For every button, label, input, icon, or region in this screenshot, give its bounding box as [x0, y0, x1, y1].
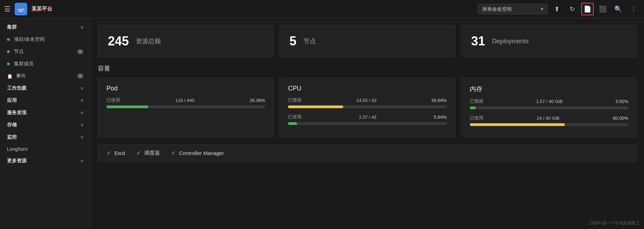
memory-used-percent: 60.00% [613, 116, 628, 121]
memory-reserved-percent: 3.92% [615, 99, 628, 104]
pod-used-label: 已使用 [106, 97, 120, 103]
cpu-reserved-progress-fill [288, 105, 343, 108]
memory-reserved-progress-bg [470, 106, 628, 109]
deployments-label: Deployments [492, 38, 529, 45]
cpu-used-progress-fill [288, 122, 297, 125]
header: ☰ 🚌 某某平台 所有命名空间 default kube-system moni… [0, 0, 644, 18]
main-layout: 集群 ∧ 项目/命名空间 节点 5 集群成员 [0, 18, 644, 229]
memory-card-title: 内存 [470, 85, 628, 93]
status-controller-manager: ✓ Controller Manager [171, 150, 224, 156]
memory-used-progress-bg [470, 123, 628, 126]
capacity-section-title: 容量 [98, 64, 637, 73]
footer-watermark: CSDN @一个平凡的农民工 [589, 220, 640, 226]
longhorn-label: Longhorn [7, 146, 28, 152]
more-button[interactable]: ⋮ [627, 3, 640, 15]
sidebar-item-apps[interactable]: 应用 ∨ [1, 95, 89, 106]
refresh-button[interactable]: ↻ [566, 3, 578, 15]
events-badge: 0 [77, 74, 83, 79]
sidebar-cluster-section[interactable]: 集群 ∧ [1, 21, 89, 33]
sidebar-item-namespace[interactable]: 项目/命名空间 [1, 34, 89, 45]
brand-name: 某某平台 [31, 6, 52, 12]
scheduler-label: 调度器 [144, 150, 160, 156]
content-area: 245 资源总额 5 节点 31 Deployments 容量 Pod 已使用 [91, 18, 644, 229]
memory-metric-used: 已使用 24 / 40 GiB 60.00% [470, 115, 628, 126]
pod-used-value: 116 / 440 [176, 98, 194, 103]
nodes-badge: 5 [77, 49, 83, 54]
sidebar-item-longhorn[interactable]: Longhorn [1, 143, 89, 155]
members-label: 集群成员 [14, 61, 34, 67]
upload-button[interactable]: ⬆ [550, 3, 563, 15]
cluster-label: 集群 [7, 24, 17, 30]
stat-card-nodes: 5 节点 [279, 25, 455, 57]
workload-label: 工作负载 [7, 85, 27, 91]
cpu-reserved-percent: 34.64% [431, 98, 447, 103]
workload-chevron-icon: ∨ [80, 86, 83, 91]
nodes-dot-icon [7, 50, 10, 53]
events-label: 事件 [16, 73, 26, 79]
service-discovery-label: 服务发现 [7, 110, 27, 116]
stat-card-deployments: 31 Deployments [461, 25, 637, 57]
monitoring-chevron-icon: ∨ [80, 135, 83, 140]
cpu-card-title: CPU [288, 85, 446, 92]
nodes-number: 5 [289, 34, 296, 49]
pod-metric-used: 已使用 116 / 440 26.36% [106, 97, 265, 108]
memory-reserved-value: 1.57 / 40 GiB [536, 99, 563, 104]
memory-used-label: 已使用 [470, 115, 483, 121]
nodes-stat-label: 节点 [303, 37, 316, 45]
cpu-used-value: 2.37 / 42 [359, 114, 377, 120]
service-discovery-chevron-icon: ∨ [80, 110, 83, 115]
controller-manager-check-icon: ✓ [171, 150, 176, 156]
memory-used-progress-fill [470, 123, 565, 126]
status-etcd: ✓ Etcd [106, 150, 125, 156]
cpu-metric-reserved: 已预留 14.55 / 42 34.64% [288, 97, 446, 108]
search-button[interactable]: 🔍 [612, 3, 624, 15]
deployments-number: 31 [471, 34, 485, 49]
events-icon: 📋 [7, 74, 13, 79]
namespace-label: 项目/命名空间 [14, 36, 45, 43]
copy-button[interactable]: ⬛ [597, 3, 609, 15]
sidebar-item-service-discovery[interactable]: 服务发现 ∨ [1, 107, 89, 119]
menu-icon[interactable]: ☰ [4, 5, 10, 13]
status-bar: ✓ Etcd ✓ 调度器 ✓ Controller Manager [98, 145, 637, 162]
capacity-card-cpu: CPU 已预留 14.55 / 42 34.64% 已使用 2.37 / 42 [279, 77, 455, 138]
stat-card-resources: 245 资源总额 [98, 25, 274, 57]
status-scheduler: ✓ 调度器 [136, 150, 160, 156]
sidebar-item-more-resources[interactable]: 更多资源 ∨ [1, 155, 89, 167]
namespace-dot-icon [7, 38, 10, 41]
more-resources-chevron-icon: ∨ [80, 158, 83, 163]
nodes-label: 节点 [14, 49, 24, 55]
capacity-row: Pod 已使用 116 / 440 26.36% CPU [98, 77, 637, 138]
capacity-card-pod: Pod 已使用 116 / 440 26.36% [98, 77, 274, 138]
memory-used-value: 24 / 40 GiB [537, 116, 560, 121]
header-right: 所有命名空间 default kube-system monitoring ▼ … [478, 3, 640, 15]
logo-icon: 🚌 [17, 5, 25, 13]
namespace-select-wrapper: 所有命名空间 default kube-system monitoring ▼ [478, 4, 548, 14]
more-resources-label: 更多资源 [7, 158, 27, 164]
storage-chevron-icon: ∨ [80, 123, 83, 127]
sidebar-item-storage[interactable]: 存储 ∨ [1, 119, 89, 131]
etcd-label: Etcd [114, 150, 125, 156]
resources-number: 245 [108, 34, 129, 49]
members-dot-icon [7, 62, 10, 65]
sidebar-item-nodes[interactable]: 节点 5 [1, 46, 89, 58]
cpu-used-percent: 5.64% [434, 114, 447, 120]
cpu-metric-used: 已使用 2.37 / 42 5.64% [288, 114, 446, 125]
sidebar-item-events[interactable]: 📋 事件 0 [1, 70, 89, 82]
controller-manager-label: Controller Manager [179, 150, 224, 156]
sidebar-item-workload[interactable]: 工作负载 ∨ [1, 82, 89, 94]
pod-card-title: Pod [106, 85, 265, 92]
logo-box: 🚌 [15, 3, 27, 15]
apps-chevron-icon: ∨ [80, 98, 83, 103]
pod-used-percent: 26.36% [250, 98, 265, 103]
cpu-reserved-progress-bg [288, 105, 446, 108]
sidebar-item-members[interactable]: 集群成员 [1, 58, 89, 70]
doc-button[interactable]: 📄 [581, 3, 594, 15]
header-left: ☰ 🚌 某某平台 [4, 3, 478, 15]
cpu-reserved-value: 14.55 / 42 [356, 98, 377, 103]
resources-label: 资源总额 [136, 37, 161, 45]
sidebar-item-monitoring[interactable]: 监控 ∨ [1, 131, 89, 143]
memory-reserved-label: 已预留 [470, 98, 483, 104]
namespace-select[interactable]: 所有命名空间 default kube-system monitoring [478, 4, 548, 14]
etcd-check-icon: ✓ [106, 150, 111, 156]
scheduler-check-icon: ✓ [136, 150, 141, 156]
